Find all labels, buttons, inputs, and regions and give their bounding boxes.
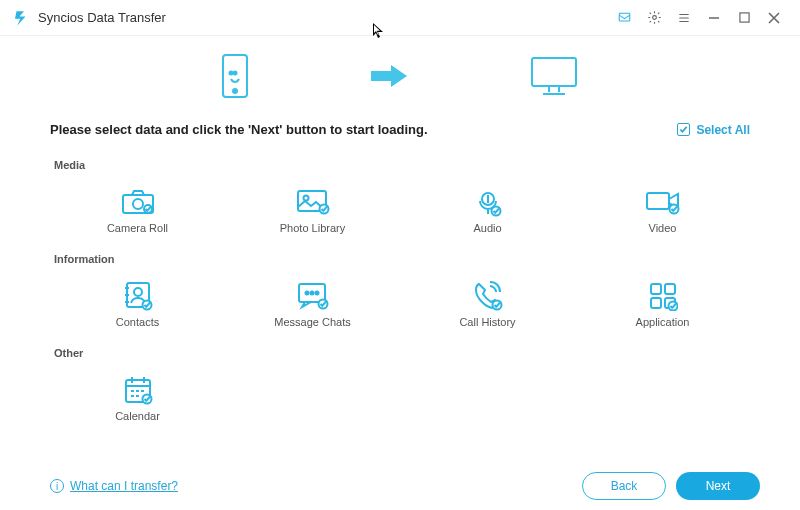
section-label-media: Media — [54, 159, 750, 171]
audio-icon — [473, 186, 503, 218]
svg-rect-27 — [651, 284, 661, 294]
maximize-button[interactable] — [732, 6, 756, 30]
svg-point-5 — [230, 72, 233, 75]
svg-rect-16 — [647, 193, 669, 209]
svg-point-22 — [305, 292, 308, 295]
item-label: Camera Roll — [107, 222, 168, 234]
help-link[interactable]: i What can I transfer? — [50, 479, 178, 493]
call-icon — [473, 280, 503, 312]
svg-point-9 — [133, 199, 143, 209]
svg-rect-7 — [532, 58, 576, 86]
section-label-information: Information — [54, 253, 750, 265]
help-link-text[interactable]: What can I transfer? — [70, 479, 178, 493]
svg-point-24 — [315, 292, 318, 295]
menu-icon[interactable] — [672, 6, 696, 30]
titlebar: Syncios Data Transfer — [0, 0, 800, 36]
svg-point-23 — [310, 292, 313, 295]
content-area: Media Camera Roll Photo Library Audio Vi… — [0, 147, 800, 431]
svg-rect-28 — [665, 284, 675, 294]
svg-rect-2 — [739, 13, 748, 22]
photo-icon — [296, 186, 330, 218]
info-icon: i — [50, 479, 64, 493]
select-all-label: Select All — [696, 123, 750, 137]
media-grid: Camera Roll Photo Library Audio Video — [50, 177, 750, 243]
feedback-icon[interactable] — [612, 6, 636, 30]
item-camera-roll[interactable]: Camera Roll — [50, 177, 225, 243]
item-call-history[interactable]: Call History — [400, 271, 575, 337]
app-logo-icon — [12, 9, 30, 27]
apps-icon — [648, 280, 678, 312]
svg-rect-0 — [619, 13, 630, 21]
item-label: Contacts — [116, 316, 159, 328]
svg-point-12 — [303, 196, 308, 201]
item-audio[interactable]: Audio — [400, 177, 575, 243]
svg-point-19 — [134, 288, 142, 296]
target-pc-icon — [529, 55, 579, 97]
item-application[interactable]: Application — [575, 271, 750, 337]
item-label: Photo Library — [280, 222, 345, 234]
instruction-text: Please select data and click the 'Next' … — [50, 122, 677, 137]
arrow-right-icon — [369, 63, 409, 89]
source-phone-icon — [221, 53, 249, 99]
info-grid: Contacts Message Chats Call History Appl… — [50, 271, 750, 337]
instruction-row: Please select data and click the 'Next' … — [0, 116, 800, 147]
app-title: Syncios Data Transfer — [38, 10, 166, 25]
item-contacts[interactable]: Contacts — [50, 271, 225, 337]
item-message-chats[interactable]: Message Chats — [225, 271, 400, 337]
video-icon — [645, 186, 681, 218]
back-button[interactable]: Back — [582, 472, 666, 500]
item-label: Call History — [459, 316, 515, 328]
svg-rect-29 — [651, 298, 661, 308]
minimize-button[interactable] — [702, 6, 726, 30]
svg-point-6 — [234, 72, 237, 75]
item-video[interactable]: Video — [575, 177, 750, 243]
checkbox-checked-icon — [677, 123, 690, 136]
other-grid: Calendar — [50, 365, 750, 431]
settings-icon[interactable] — [642, 6, 666, 30]
section-label-other: Other — [54, 347, 750, 359]
contacts-icon — [123, 280, 153, 312]
camera-icon — [121, 186, 155, 218]
item-label: Audio — [473, 222, 501, 234]
svg-point-4 — [233, 89, 237, 93]
item-photo-library[interactable]: Photo Library — [225, 177, 400, 243]
select-all-checkbox[interactable]: Select All — [677, 123, 750, 137]
next-button[interactable]: Next — [676, 472, 760, 500]
item-label: Video — [649, 222, 677, 234]
item-label: Application — [636, 316, 690, 328]
close-button[interactable] — [762, 6, 786, 30]
footer: i What can I transfer? Back Next — [0, 462, 800, 510]
item-calendar[interactable]: Calendar — [50, 365, 225, 431]
calendar-icon — [123, 374, 153, 406]
svg-point-1 — [652, 16, 656, 20]
item-label: Message Chats — [274, 316, 350, 328]
transfer-diagram — [0, 36, 800, 116]
message-icon — [297, 280, 329, 312]
item-label: Calendar — [115, 410, 160, 422]
